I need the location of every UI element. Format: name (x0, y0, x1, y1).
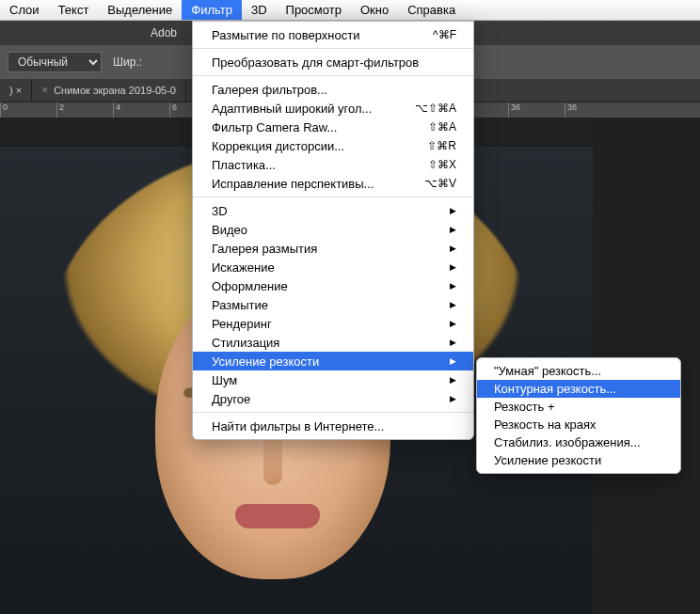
tab-label: Снимок экрана 2019-05-0 (54, 85, 176, 96)
menu-item[interactable]: Видео (193, 220, 473, 239)
app-title: Adob (151, 26, 177, 39)
menu-item[interactable]: Стилизация (193, 333, 473, 352)
menu-shortcut: ⇧⌘R (427, 139, 456, 152)
menubar-item-фильтр[interactable]: Фильтр (182, 0, 242, 20)
ruler-mark: 36 (508, 102, 565, 118)
submenu-item[interactable]: Контурная резкость... (477, 380, 680, 398)
close-icon[interactable]: × (41, 84, 48, 97)
menubar-item-окно[interactable]: Окно (351, 0, 398, 20)
ruler-mark: 38 (565, 102, 621, 118)
menu-item[interactable]: Рендеринг (193, 314, 473, 333)
menu-item[interactable]: Преобразовать для смарт-фильтров (193, 53, 473, 71)
menu-item[interactable]: Пластика...⇧⌘X (193, 155, 473, 174)
menu-item[interactable]: Искажение (193, 258, 473, 276)
submenu-item[interactable]: Резкость на краях (477, 416, 680, 433)
menu-item[interactable]: Найти фильтры в Интернете... (193, 417, 473, 435)
menu-item[interactable]: Другое (193, 389, 473, 408)
menu-item[interactable]: Коррекция дисторсии...⇧⌘R (193, 136, 473, 155)
menu-shortcut: ⌥⌘V (424, 177, 456, 190)
document-tab[interactable]: ) × (0, 79, 32, 102)
menubar-item-выделение[interactable]: Выделение (98, 0, 182, 20)
menu-item-label: Видео (212, 223, 247, 237)
menu-item-label: Галерея фильтров... (212, 83, 327, 97)
menu-item-label: Размытие по поверхности (212, 28, 359, 42)
menu-item[interactable]: 3D (193, 201, 473, 220)
menu-item[interactable]: Размытие (193, 295, 473, 314)
menu-item-label: Шум (212, 373, 237, 387)
ruler-mark: 0 (0, 102, 56, 118)
menu-item[interactable]: Фильтр Camera Raw...⇧⌘A (193, 118, 473, 136)
submenu-item[interactable]: Резкость + (477, 398, 680, 416)
menubar-item-3d[interactable]: 3D (242, 0, 277, 20)
menubar-item-слои[interactable]: Слои (0, 0, 49, 20)
menu-item-label: Фильтр Camera Raw... (212, 120, 337, 134)
menu-item[interactable]: Шум (193, 370, 473, 389)
menu-shortcut: ⇧⌘X (428, 158, 456, 171)
menu-item[interactable]: Оформление (193, 276, 473, 295)
submenu-item[interactable]: Стабилиз. изображения... (477, 433, 680, 451)
menubar-item-текст[interactable]: Текст (49, 0, 99, 20)
menu-item-label: Рендеринг (212, 317, 272, 331)
menu-item[interactable]: Галерея размытия (193, 239, 473, 258)
ruler-mark: 2 (56, 102, 113, 118)
tab-label: ) × (9, 85, 22, 96)
menu-filter: Размытие по поверхности^⌘FПреобразовать … (192, 21, 474, 440)
menu-item[interactable]: Усиление резкости (193, 352, 473, 370)
submenu-item[interactable]: Усиление резкости (477, 451, 680, 469)
menu-shortcut: ^⌘F (433, 28, 456, 41)
menu-item-label: Пластика... (212, 158, 276, 172)
menu-item-label: Стилизация (212, 336, 279, 350)
blend-mode-select[interactable]: Обычный (8, 52, 102, 72)
menu-item-label: Усиление резкости (212, 354, 319, 369)
menu-item-label: Галерея размытия (212, 242, 317, 256)
menu-item-label: Искажение (212, 260, 275, 275)
menu-shortcut: ⇧⌘A (428, 120, 456, 134)
menubar-item-просмотр[interactable]: Просмотр (277, 0, 351, 20)
menu-item-label: Коррекция дисторсии... (212, 139, 344, 153)
menu-item[interactable]: Галерея фильтров... (193, 80, 473, 99)
photo-lips (235, 504, 320, 528)
width-label: Шир.: (113, 55, 142, 69)
menu-item[interactable]: Размытие по поверхности^⌘F (193, 25, 473, 44)
menu-item-label: Оформление (212, 279, 288, 293)
ruler-mark: 4 (113, 102, 169, 118)
menu-item-label: Исправление перспективы... (212, 177, 374, 191)
menu-item-label: Размытие (212, 298, 268, 312)
document-tab[interactable]: ×Снимок экрана 2019-05-0 (32, 79, 186, 102)
menu-item-label: 3D (212, 204, 228, 218)
menu-item-label: Преобразовать для смарт-фильтров (212, 55, 419, 70)
menu-item[interactable]: Адаптивный широкий угол...⌥⇧⌘A (193, 99, 473, 118)
menu-item-label: Адаптивный широкий угол... (212, 102, 372, 116)
menubar-item-справка[interactable]: Справка (398, 0, 465, 20)
submenu-item[interactable]: "Умная" резкость... (477, 362, 680, 380)
menu-item-label: Найти фильтры в Интернете... (212, 419, 384, 433)
menu-item[interactable]: Исправление перспективы...⌥⌘V (193, 174, 473, 193)
menu-shortcut: ⌥⇧⌘A (415, 102, 456, 115)
menu-item-label: Другое (212, 392, 250, 406)
submenu-sharpen: "Умная" резкость...Контурная резкость...… (476, 357, 681, 474)
menubar: СлоиТекстВыделениеФильтр3DПросмотрОкноСп… (0, 0, 700, 21)
